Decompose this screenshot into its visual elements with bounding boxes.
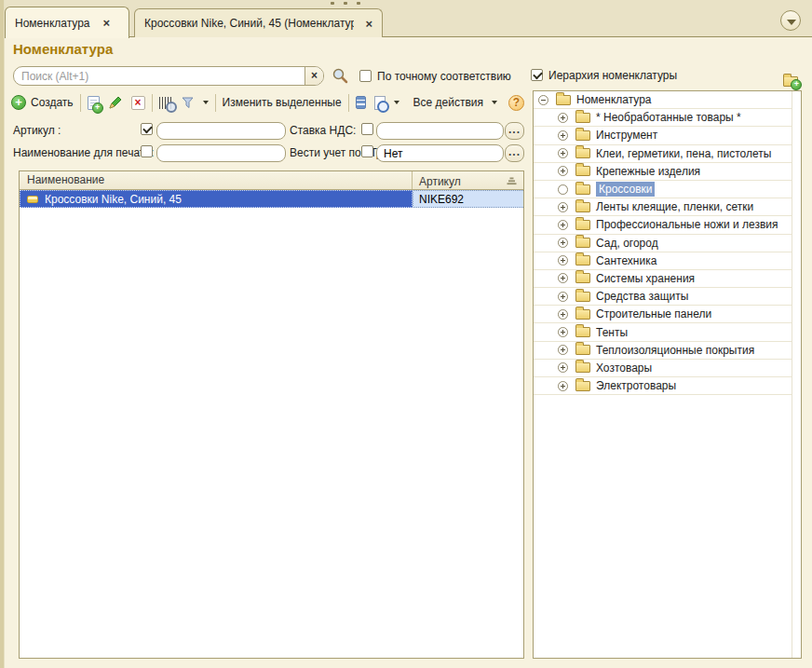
tree-item-label: Инструмент <box>596 129 657 142</box>
filter-printname-input[interactable] <box>156 144 286 162</box>
tree-item-label: Номенклатура <box>576 93 652 106</box>
edit-selected-button[interactable]: Изменить выделенные <box>223 96 342 109</box>
barcode-search-button[interactable] <box>159 97 173 109</box>
list-view-button[interactable] <box>356 96 366 109</box>
filter-article-input[interactable] <box>156 122 286 140</box>
create-button-label: Создать <box>31 96 74 109</box>
tree-item[interactable]: Электротовары <box>534 377 792 395</box>
folder-icon <box>575 381 590 391</box>
collapse-icon[interactable] <box>538 95 548 105</box>
column-header-name[interactable]: Наименование <box>20 171 413 189</box>
filter-button[interactable] <box>182 97 209 109</box>
expand-icon[interactable] <box>558 309 568 320</box>
filter-printname-checkbox[interactable] <box>141 145 153 157</box>
tree-item-label: Строительные панели <box>596 307 711 320</box>
leaf-circle-icon[interactable] <box>558 184 568 195</box>
folder-icon <box>575 220 590 230</box>
tree-item-label: Хозтовары <box>596 361 652 375</box>
expand-icon[interactable] <box>558 202 568 212</box>
filter-vat-ellipsis-button[interactable]: ... <box>505 122 524 140</box>
search-input[interactable] <box>14 67 304 85</box>
tree-item-label: Сантехника <box>596 254 656 267</box>
search-icon[interactable] <box>332 67 348 84</box>
hierarchy-tree-panel: Номенклатура * Необработанные товары * И… <box>533 90 802 659</box>
expand-icon[interactable] <box>558 327 568 337</box>
edit-selected-label: Изменить выделенные <box>223 96 342 109</box>
create-button[interactable]: + Создать <box>11 95 74 110</box>
tab-close-icon[interactable]: × <box>103 17 111 29</box>
cell-name: Кроссовки Nike, Синий, 45 <box>20 190 413 208</box>
tree-item-label: Крепежные изделия <box>596 165 700 178</box>
tab-overflow-chevron-icon[interactable] <box>780 10 801 31</box>
folder-icon <box>575 184 590 195</box>
filter-gtd-input[interactable] <box>376 144 504 162</box>
tree-item-label: Профессиональные ножи и лезвия <box>596 218 778 231</box>
tab-nomenclature[interactable]: Номенклатура × <box>5 7 129 38</box>
filter-vat-checkbox[interactable] <box>361 123 373 135</box>
funnel-icon <box>182 97 195 109</box>
copy-icon <box>88 96 100 110</box>
expand-icon[interactable] <box>558 381 568 391</box>
search-clear-icon[interactable]: × <box>304 67 323 85</box>
copy-button[interactable] <box>88 96 100 110</box>
edit-button[interactable] <box>108 95 123 110</box>
toolbar-separator <box>215 94 216 112</box>
tree-item-root[interactable]: Номенклатура <box>534 91 792 109</box>
expand-icon[interactable] <box>558 148 568 158</box>
tree-item[interactable]: Профессиональные ножи и лезвия <box>534 216 792 234</box>
tree-item[interactable]: Хозтовары <box>534 360 792 377</box>
tree-item[interactable]: Клеи, герметики, пена, пистолеты <box>534 145 792 163</box>
delete-button[interactable]: × <box>131 96 145 110</box>
tree-item[interactable]: Теплоизоляционные покрытия <box>534 342 792 360</box>
expand-icon[interactable] <box>558 130 568 141</box>
table-row[interactable]: Кроссовки Nike, Синий, 45 NIKE692 <box>20 190 523 208</box>
dropdown-arrow-icon <box>492 101 497 104</box>
filter-article-checkbox[interactable] <box>141 123 153 135</box>
tree-item[interactable]: Тенты <box>534 323 792 341</box>
folder-icon <box>575 292 590 302</box>
tree-item[interactable]: Сад, огород <box>534 235 792 252</box>
exact-match-checkbox[interactable] <box>359 70 372 82</box>
tree-item[interactable]: Строительные панели <box>534 306 792 323</box>
list-icon <box>356 96 366 109</box>
hierarchy-checkbox[interactable] <box>531 69 543 81</box>
column-header-article[interactable]: Артикул <box>413 171 523 189</box>
tree-item[interactable]: Инструмент <box>534 127 792 144</box>
hierarchy-label: Иерархия номенклатуры <box>548 69 677 82</box>
tree-item-label: Системы хранения <box>596 272 695 285</box>
history-button[interactable] <box>374 96 399 110</box>
expand-icon[interactable] <box>558 166 568 176</box>
tree-item-label: Теплоизоляционные покрытия <box>596 344 754 357</box>
tab-item-card[interactable]: Кроссовки Nike, Синий, 45 (Номенклатура)… <box>134 8 383 37</box>
expand-icon[interactable] <box>558 273 568 283</box>
tab-close-icon[interactable]: × <box>365 18 372 30</box>
barcode-icon <box>159 97 173 109</box>
all-actions-button[interactable]: Все действия <box>413 96 497 109</box>
folder-icon <box>575 345 590 355</box>
expand-icon[interactable] <box>558 292 568 302</box>
folder-icon <box>575 309 590 320</box>
tree-scrollbar-track[interactable] <box>792 91 792 658</box>
tree-item-selected[interactable]: Кроссовки <box>534 181 792 198</box>
tree-item[interactable]: * Необработанные товары * <box>534 109 792 127</box>
tree-item-label: * Необработанные товары * <box>596 111 741 124</box>
tree-item[interactable]: Системы хранения <box>534 270 792 288</box>
filter-gtd-ellipsis-button[interactable]: ... <box>505 144 524 162</box>
filter-gtd-checkbox[interactable] <box>361 145 373 157</box>
folder-icon <box>575 362 590 373</box>
filter-vat-input[interactable] <box>376 122 504 140</box>
tree-item[interactable]: Крепежные изделия <box>534 163 792 181</box>
tree-item-label: Электротовары <box>596 379 676 392</box>
tree-item[interactable]: Средства защиты <box>534 288 792 306</box>
expand-icon[interactable] <box>558 113 568 123</box>
create-group-icon[interactable] <box>783 76 798 87</box>
expand-icon[interactable] <box>558 220 568 230</box>
folder-icon <box>575 113 590 123</box>
help-icon[interactable]: ? <box>508 95 524 111</box>
expand-icon[interactable] <box>558 255 568 266</box>
expand-icon[interactable] <box>558 238 568 248</box>
tree-item[interactable]: Ленты клеящие, пленки, сетки <box>534 198 792 216</box>
tree-item[interactable]: Сантехника <box>534 252 792 270</box>
expand-icon[interactable] <box>558 362 568 373</box>
expand-icon[interactable] <box>558 345 568 355</box>
